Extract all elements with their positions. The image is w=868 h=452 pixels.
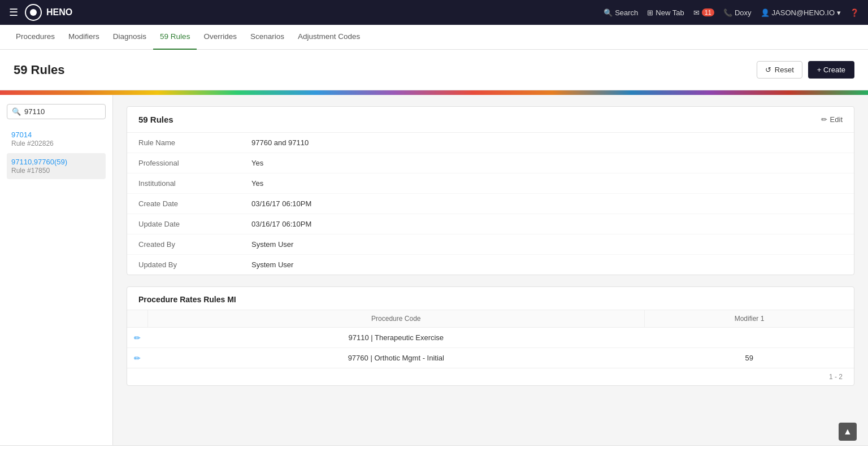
tab-overrides[interactable]: Overrides xyxy=(197,25,244,50)
user-nav-item[interactable]: 👤 JASON@HENO.IO ▾ xyxy=(761,8,841,17)
sidebar-item-97110-sub: Rule #17850 xyxy=(11,167,101,175)
search-label: Search xyxy=(615,8,638,17)
sidebar-item-97110-97760[interactable]: 97110,97760(59) Rule #17850 xyxy=(7,153,106,179)
new-tab-label: New Tab xyxy=(656,8,684,17)
sidebar-item-97110-name: 97110,97760(59) xyxy=(11,158,101,166)
search-icon: 🔍 xyxy=(12,107,21,116)
reset-button[interactable]: ↺ Reset xyxy=(757,61,802,79)
messages-badge: 11 xyxy=(702,8,714,16)
detail-row-create-date: Create Date 03/16/17 06:10PM xyxy=(127,194,854,214)
detail-row-professional: Professional Yes xyxy=(127,153,854,173)
table-row: ✏ 97760 | Orthotic Mgmt - Initial 59 xyxy=(127,348,854,368)
sidebar-item-97014-name: 97014 xyxy=(11,131,101,139)
secondary-nav: Procedures Modifiers Diagnosis 59 Rules … xyxy=(0,25,868,50)
created-by-label: Created By xyxy=(138,240,251,249)
created-by-value: System User xyxy=(251,240,293,249)
edit-row-icon[interactable]: ✏ xyxy=(134,354,141,363)
professional-value: Yes xyxy=(251,159,263,167)
institutional-label: Institutional xyxy=(138,179,251,188)
edit-icon: ✏ xyxy=(821,115,827,124)
detail-row-update-date: Update Date 03/16/17 06:10PM xyxy=(127,214,854,234)
tab-scenarios[interactable]: Scenarios xyxy=(244,25,291,50)
search-icon: 🔍 xyxy=(604,8,613,17)
detail-row-institutional: Institutional Yes xyxy=(127,173,854,194)
edit-button[interactable]: ✏ Edit xyxy=(821,115,843,124)
procedure-rates-table: Procedure Code Modifier 1 ✏ 97110 | Ther… xyxy=(127,310,854,368)
create-button[interactable]: + Create xyxy=(808,61,854,79)
header-actions: ↺ Reset + Create xyxy=(757,61,854,79)
footer: v 1.23.5.21 JASON@HENO.IO Customize xyxy=(0,445,868,452)
table-row: ✏ 97110 | Therapeutic Exercise xyxy=(127,328,854,348)
new-tab-nav-item[interactable]: ⊞ New Tab xyxy=(647,8,684,17)
help-nav-item[interactable]: ❓ xyxy=(850,8,859,17)
page-title: 59 Rules xyxy=(14,63,65,77)
detail-card-header: 59 Rules ✏ Edit xyxy=(127,107,854,133)
help-icon: ❓ xyxy=(850,8,859,17)
detail-row-updated-by: Updated By System User xyxy=(127,255,854,275)
main-layout: 🔍 97014 Rule #202826 97110,97760(59) Rul… xyxy=(0,95,868,445)
tab-modifiers[interactable]: Modifiers xyxy=(62,25,106,50)
top-nav: ☰ HENO 🔍 Search ⊞ New Tab ✉ 11 📞 Doxy 👤 … xyxy=(0,0,868,25)
search-box[interactable]: 🔍 xyxy=(7,104,106,119)
procedure-code-cell-2: 97760 | Orthotic Mgmt - Initial xyxy=(147,348,645,368)
row-edit-icon-2[interactable]: ✏ xyxy=(127,348,147,368)
edit-row-icon[interactable]: ✏ xyxy=(134,333,141,342)
user-icon: 👤 xyxy=(761,8,770,17)
doxy-icon: 📞 xyxy=(723,8,732,17)
detail-card: 59 Rules ✏ Edit Rule Name 97760 and 9711… xyxy=(127,106,854,275)
hamburger-icon[interactable]: ☰ xyxy=(9,6,18,19)
updated-by-label: Updated By xyxy=(138,260,251,269)
tab-procedures[interactable]: Procedures xyxy=(9,25,62,50)
reset-icon: ↺ xyxy=(765,66,771,74)
detail-panel: 59 Rules ✏ Edit Rule Name 97760 and 9711… xyxy=(113,95,868,445)
procedure-rates-title: Procedure Rates Rules MI xyxy=(127,287,854,310)
updated-by-value: System User xyxy=(251,260,293,269)
new-tab-icon: ⊞ xyxy=(647,8,653,17)
professional-label: Professional xyxy=(138,159,251,167)
detail-row-rule-name: Rule Name 97760 and 97110 xyxy=(127,133,854,153)
sidebar-item-97014-sub: Rule #202826 xyxy=(11,140,101,147)
tab-diagnosis[interactable]: Diagnosis xyxy=(106,25,153,50)
doxy-nav-item[interactable]: 📞 Doxy xyxy=(723,8,752,17)
procedure-rates-card: Procedure Rates Rules MI Procedure Code … xyxy=(127,286,854,386)
sidebar: 🔍 97014 Rule #202826 97110,97760(59) Rul… xyxy=(0,95,113,445)
institutional-value: Yes xyxy=(251,179,263,188)
table-pagination: 1 - 2 xyxy=(127,368,854,385)
update-date-value: 03/16/17 06:10PM xyxy=(251,220,311,228)
color-bar xyxy=(0,90,868,95)
rule-name-label: Rule Name xyxy=(138,138,251,147)
create-date-label: Create Date xyxy=(138,199,251,208)
rule-name-value: 97760 and 97110 xyxy=(251,138,309,147)
scroll-top-button[interactable]: ▲ xyxy=(839,423,857,441)
create-date-value: 03/16/17 06:10PM xyxy=(251,199,311,208)
detail-card-title: 59 Rules xyxy=(138,115,173,124)
chevron-down-icon: ▾ xyxy=(837,8,841,17)
tab-59-rules[interactable]: 59 Rules xyxy=(153,25,197,50)
sidebar-item-97014[interactable]: 97014 Rule #202826 xyxy=(7,126,106,152)
col-modifier-1-header: Modifier 1 xyxy=(645,310,854,328)
procedure-code-cell-1: 97110 | Therapeutic Exercise xyxy=(147,328,645,348)
search-nav-item[interactable]: 🔍 Search xyxy=(604,8,638,17)
modifier-1-cell-1 xyxy=(645,328,854,348)
tab-adjustment-codes[interactable]: Adjustment Codes xyxy=(291,25,367,50)
page-header: 59 Rules ↺ Reset + Create xyxy=(0,50,868,90)
doxy-label: Doxy xyxy=(735,8,752,17)
row-edit-icon-1[interactable]: ✏ xyxy=(127,328,147,348)
detail-row-created-by: Created By System User xyxy=(127,234,854,255)
user-label: JASON@HENO.IO xyxy=(772,8,835,17)
col-action-header xyxy=(127,310,147,328)
modifier-1-cell-2: 59 xyxy=(645,348,854,368)
update-date-label: Update Date xyxy=(138,220,251,228)
col-procedure-code-header: Procedure Code xyxy=(147,310,645,328)
search-input[interactable] xyxy=(24,107,101,116)
logo[interactable]: HENO xyxy=(25,4,72,21)
logo-icon xyxy=(25,4,42,21)
messages-nav-item[interactable]: ✉ 11 xyxy=(693,8,714,17)
logo-text: HENO xyxy=(46,7,72,18)
messages-icon: ✉ xyxy=(693,8,700,17)
